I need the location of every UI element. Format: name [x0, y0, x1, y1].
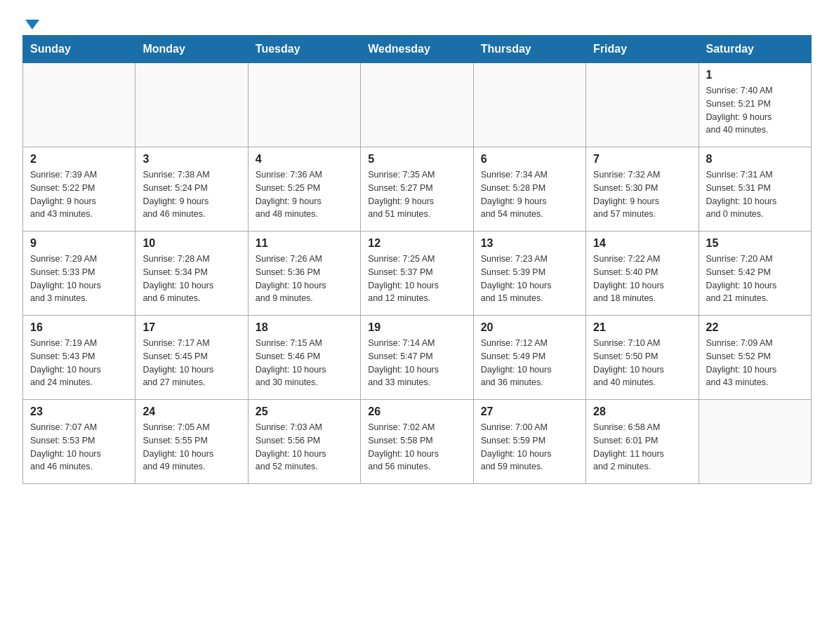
day-info: Sunrise: 7:10 AMSunset: 5:50 PMDaylight:…: [593, 337, 691, 389]
calendar-day-cell: 17Sunrise: 7:17 AMSunset: 5:45 PMDayligh…: [135, 316, 248, 400]
day-info: Sunrise: 7:03 AMSunset: 5:56 PMDaylight:…: [256, 421, 353, 474]
day-info: Sunrise: 7:28 AMSunset: 5:34 PMDaylight:…: [143, 253, 240, 305]
day-number: 26: [368, 405, 465, 418]
calendar-day-cell: 20Sunrise: 7:12 AMSunset: 5:49 PMDayligh…: [473, 316, 585, 400]
day-number: 7: [593, 153, 691, 166]
day-info: Sunrise: 7:29 AMSunset: 5:33 PMDaylight:…: [30, 253, 128, 305]
day-info: Sunrise: 7:26 AMSunset: 5:36 PMDaylight:…: [256, 253, 353, 305]
calendar-day-cell: 10Sunrise: 7:28 AMSunset: 5:34 PMDayligh…: [135, 232, 248, 316]
header-tuesday: Tuesday: [248, 36, 360, 63]
day-number: 14: [593, 237, 691, 250]
day-number: 9: [30, 237, 128, 250]
day-info: Sunrise: 7:07 AMSunset: 5:53 PMDaylight:…: [30, 421, 128, 474]
day-info: Sunrise: 7:12 AMSunset: 5:49 PMDaylight:…: [481, 337, 578, 389]
calendar-day-cell: 12Sunrise: 7:25 AMSunset: 5:37 PMDayligh…: [361, 232, 473, 316]
calendar-day-cell: 19Sunrise: 7:14 AMSunset: 5:47 PMDayligh…: [361, 316, 473, 400]
day-info: Sunrise: 7:40 AMSunset: 5:21 PMDaylight:…: [706, 84, 804, 137]
calendar-week-row: 1Sunrise: 7:40 AMSunset: 5:21 PMDaylight…: [23, 63, 812, 147]
header-friday: Friday: [586, 36, 699, 63]
day-info: Sunrise: 7:00 AMSunset: 5:59 PMDaylight:…: [481, 421, 578, 474]
calendar-day-cell: 27Sunrise: 7:00 AMSunset: 5:59 PMDayligh…: [473, 400, 585, 484]
calendar-day-cell: 23Sunrise: 7:07 AMSunset: 5:53 PMDayligh…: [23, 400, 135, 484]
day-number: 11: [256, 237, 353, 250]
day-info: Sunrise: 7:14 AMSunset: 5:47 PMDaylight:…: [368, 337, 465, 389]
calendar-week-row: 9Sunrise: 7:29 AMSunset: 5:33 PMDaylight…: [23, 232, 812, 316]
calendar-week-row: 2Sunrise: 7:39 AMSunset: 5:22 PMDaylight…: [23, 147, 812, 232]
day-number: 3: [143, 153, 240, 166]
header-thursday: Thursday: [473, 36, 585, 63]
day-number: 13: [481, 237, 578, 250]
day-number: 12: [368, 237, 465, 250]
calendar-day-cell: 26Sunrise: 7:02 AMSunset: 5:58 PMDayligh…: [361, 400, 473, 484]
calendar-day-cell: 2Sunrise: 7:39 AMSunset: 5:22 PMDaylight…: [23, 147, 135, 232]
day-number: 1: [706, 69, 804, 81]
calendar-day-cell: 13Sunrise: 7:23 AMSunset: 5:39 PMDayligh…: [473, 232, 585, 316]
calendar-day-cell: 24Sunrise: 7:05 AMSunset: 5:55 PMDayligh…: [135, 400, 248, 484]
day-info: Sunrise: 7:05 AMSunset: 5:55 PMDaylight:…: [143, 421, 240, 474]
calendar-day-cell: 14Sunrise: 7:22 AMSunset: 5:40 PMDayligh…: [586, 232, 699, 316]
day-number: 16: [30, 321, 128, 334]
calendar-day-cell: 18Sunrise: 7:15 AMSunset: 5:46 PMDayligh…: [248, 316, 360, 400]
logo-arrow-icon: [25, 20, 39, 29]
day-number: 20: [481, 321, 578, 334]
day-number: 28: [593, 405, 691, 418]
day-info: Sunrise: 7:38 AMSunset: 5:24 PMDaylight:…: [143, 168, 240, 221]
day-number: 2: [30, 153, 128, 166]
day-info: Sunrise: 7:25 AMSunset: 5:37 PMDaylight:…: [368, 253, 465, 305]
calendar-day-cell: 1Sunrise: 7:40 AMSunset: 5:21 PMDaylight…: [699, 63, 811, 147]
day-number: 25: [256, 405, 353, 418]
calendar-day-cell: 16Sunrise: 7:19 AMSunset: 5:43 PMDayligh…: [23, 316, 135, 400]
calendar-day-cell: 9Sunrise: 7:29 AMSunset: 5:33 PMDaylight…: [23, 232, 135, 316]
day-number: 21: [593, 321, 691, 334]
calendar-day-cell: [248, 63, 360, 147]
day-info: Sunrise: 6:58 AMSunset: 6:01 PMDaylight:…: [593, 421, 691, 474]
calendar-day-cell: [586, 63, 699, 147]
day-number: 15: [706, 237, 804, 250]
calendar-day-cell: [135, 63, 248, 147]
calendar-day-cell: 21Sunrise: 7:10 AMSunset: 5:50 PMDayligh…: [586, 316, 699, 400]
day-number: 10: [143, 237, 240, 250]
day-number: 18: [256, 321, 353, 334]
logo: [22, 17, 39, 27]
calendar-day-cell: 11Sunrise: 7:26 AMSunset: 5:36 PMDayligh…: [248, 232, 360, 316]
day-info: Sunrise: 7:19 AMSunset: 5:43 PMDaylight:…: [30, 337, 128, 389]
day-info: Sunrise: 7:22 AMSunset: 5:40 PMDaylight:…: [593, 253, 691, 305]
day-info: Sunrise: 7:23 AMSunset: 5:39 PMDaylight:…: [481, 253, 578, 305]
calendar-day-cell: [361, 63, 473, 147]
day-info: Sunrise: 7:39 AMSunset: 5:22 PMDaylight:…: [30, 168, 128, 221]
day-number: 23: [30, 405, 128, 418]
calendar-day-cell: 22Sunrise: 7:09 AMSunset: 5:52 PMDayligh…: [699, 316, 811, 400]
calendar-day-cell: [23, 63, 135, 147]
day-info: Sunrise: 7:09 AMSunset: 5:52 PMDaylight:…: [706, 337, 804, 389]
day-info: Sunrise: 7:35 AMSunset: 5:27 PMDaylight:…: [368, 168, 465, 221]
logo-general-text: [22, 17, 39, 29]
calendar-day-cell: 7Sunrise: 7:32 AMSunset: 5:30 PMDaylight…: [586, 147, 699, 232]
day-number: 4: [256, 153, 353, 166]
day-number: 6: [481, 153, 578, 166]
day-info: Sunrise: 7:31 AMSunset: 5:31 PMDaylight:…: [706, 168, 804, 221]
calendar-day-cell: 15Sunrise: 7:20 AMSunset: 5:42 PMDayligh…: [699, 232, 811, 316]
calendar-table: Sunday Monday Tuesday Wednesday Thursday…: [22, 35, 812, 484]
calendar-day-cell: [473, 63, 585, 147]
calendar-day-cell: 5Sunrise: 7:35 AMSunset: 5:27 PMDaylight…: [361, 147, 473, 232]
calendar-week-row: 23Sunrise: 7:07 AMSunset: 5:53 PMDayligh…: [23, 400, 812, 484]
day-number: 27: [481, 405, 578, 418]
header-wednesday: Wednesday: [361, 36, 473, 63]
day-number: 5: [368, 153, 465, 166]
day-info: Sunrise: 7:34 AMSunset: 5:28 PMDaylight:…: [481, 168, 578, 221]
header-monday: Monday: [135, 36, 248, 63]
header-sunday: Sunday: [23, 36, 135, 63]
calendar-week-row: 16Sunrise: 7:19 AMSunset: 5:43 PMDayligh…: [23, 316, 812, 400]
calendar-day-cell: 3Sunrise: 7:38 AMSunset: 5:24 PMDaylight…: [135, 147, 248, 232]
day-info: Sunrise: 7:02 AMSunset: 5:58 PMDaylight:…: [368, 421, 465, 474]
day-info: Sunrise: 7:17 AMSunset: 5:45 PMDaylight:…: [143, 337, 240, 389]
day-number: 19: [368, 321, 465, 334]
day-info: Sunrise: 7:32 AMSunset: 5:30 PMDaylight:…: [593, 168, 691, 221]
calendar-header-row: Sunday Monday Tuesday Wednesday Thursday…: [23, 36, 812, 63]
day-info: Sunrise: 7:15 AMSunset: 5:46 PMDaylight:…: [256, 337, 353, 389]
day-number: 22: [706, 321, 804, 334]
calendar-day-cell: 8Sunrise: 7:31 AMSunset: 5:31 PMDaylight…: [699, 147, 811, 232]
calendar-day-cell: [699, 400, 811, 484]
day-number: 8: [706, 153, 804, 166]
day-number: 24: [143, 405, 240, 418]
